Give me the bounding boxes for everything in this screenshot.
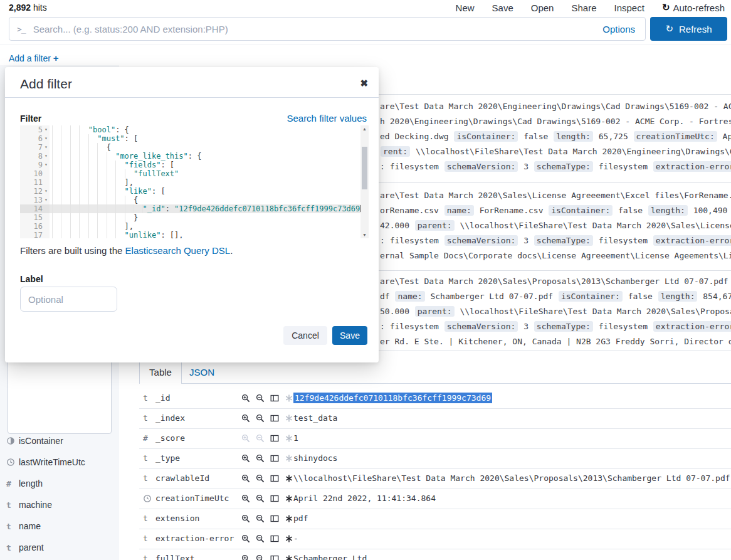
filter-label-input[interactable]: [20, 287, 117, 312]
zoom-in-icon[interactable]: [241, 514, 250, 523]
zoom-out-icon[interactable]: [256, 494, 265, 503]
asterisk-icon[interactable]: [285, 414, 293, 423]
detail-row-extraction-error: textraction-error-: [139, 529, 731, 549]
close-icon[interactable]: ✖: [360, 78, 368, 89]
scroll-down-icon[interactable]: ▼: [360, 233, 369, 237]
editor-line-15[interactable]: 15 }: [20, 213, 369, 222]
zoom-in-icon[interactable]: [241, 394, 250, 403]
editor-line-13[interactable]: 13▾ {: [20, 196, 369, 204]
document-summary-line[interactable]: ed Decking.dwg isContainer: false length…: [380, 129, 731, 144]
fold-arrow-icon[interactable]: ▾: [43, 161, 50, 169]
asterisk-icon[interactable]: [285, 554, 293, 560]
toggle-column-icon[interactable]: [270, 474, 279, 483]
toggle-column-icon[interactable]: [270, 454, 279, 463]
document-summary-line[interactable]: 50.000 parent: \\localhost\FileShare\Tes…: [380, 304, 731, 319]
document-summary-line[interactable]: are\Test Data March 2020\Engineering\Dra…: [380, 99, 731, 114]
line-number: 13: [20, 196, 43, 204]
toggle-column-icon[interactable]: [270, 394, 279, 403]
indent-guides: [52, 161, 125, 169]
editor-line-17[interactable]: 17 "unlike": [],: [20, 231, 369, 238]
detail-field-name: crawlableId: [155, 468, 209, 489]
fold-arrow-icon[interactable]: ▾: [43, 196, 50, 204]
document-summary-line[interactable]: ernal Sample Docs\Corporate docs\License…: [380, 248, 731, 263]
toggle-column-icon[interactable]: [270, 414, 279, 423]
editor-line-14[interactable]: 14 "_id": "12f9de426ddefc0710118bfc36fcf…: [20, 204, 369, 213]
fold-arrow-icon[interactable]: ▾: [43, 143, 50, 152]
field-name-badge: schemaVersion:: [444, 235, 518, 246]
document-summary-line[interactable]: 42.000 parent: \\localhost\FileShare\Tes…: [380, 218, 731, 233]
line-number: 17: [20, 231, 43, 238]
save-button[interactable]: Save: [332, 326, 367, 345]
editor-line-7[interactable]: 7▾ {: [20, 143, 369, 152]
document-summary-line[interactable]: are\Test Data March 2020\Sales\License A…: [380, 188, 731, 203]
document-text: ed Decking.dwg: [380, 132, 453, 141]
tab-table[interactable]: Table: [139, 362, 182, 384]
editor-scrollbar[interactable]: ▲ ▼: [360, 125, 369, 238]
zoom-in-icon[interactable]: [241, 494, 250, 503]
zoom-in-icon[interactable]: [241, 554, 250, 560]
asterisk-icon[interactable]: [285, 474, 293, 483]
editor-line-11[interactable]: 11 ],: [20, 178, 369, 187]
asterisk-icon[interactable]: [285, 454, 293, 463]
zoom-in-icon[interactable]: [241, 534, 250, 543]
cancel-button[interactable]: Cancel: [283, 326, 327, 345]
asterisk-icon[interactable]: [285, 534, 293, 543]
fold-arrow-icon[interactable]: ▾: [43, 187, 50, 196]
tab-bar-border: [139, 383, 731, 384]
asterisk-icon[interactable]: [285, 394, 293, 403]
document-text: false: [518, 132, 553, 141]
fold-arrow-icon[interactable]: ▾: [43, 134, 50, 143]
document-summary-line[interactable]: rent: \\localhost\FileShare\Test Data Ma…: [380, 144, 731, 159]
zoom-in-icon[interactable]: [241, 474, 250, 483]
document-summary-line[interactable]: : filesystem schemaVersion: 3 schemaType…: [380, 159, 731, 174]
code-token: "_id": [143, 204, 166, 213]
zoom-out-icon[interactable]: [256, 454, 265, 463]
document-summary-line[interactable]: : filesystem schemaVersion: 3 schemaType…: [380, 233, 731, 248]
code-token: "12f9de426ddefc0710118bfc36fcff1999c73d6…: [174, 204, 360, 213]
toggle-column-icon[interactable]: [270, 434, 279, 443]
search-filter-values-link[interactable]: Search filter values: [287, 113, 367, 124]
line-number: 14: [20, 204, 43, 213]
editor-line-12[interactable]: 12▾ "like": [: [20, 187, 369, 196]
document-text: : filesystem: [380, 162, 444, 171]
document-summary-line[interactable]: are\Test Data March 2020\Sales\Proposals…: [380, 274, 731, 289]
toggle-column-icon[interactable]: [270, 554, 279, 560]
zoom-out-icon[interactable]: [256, 474, 265, 483]
scroll-up-icon[interactable]: ▲: [360, 127, 369, 131]
toggle-column-icon[interactable]: [270, 534, 279, 543]
document-summary-line[interactable]: h 2020\Engineering\Drawings\Cad Drawings…: [380, 114, 731, 129]
document-summary-line[interactable]: er Rd. E Ste. | Kitchener, ON, Canada | …: [380, 334, 731, 349]
toggle-column-icon[interactable]: [270, 494, 279, 503]
selected-text: 12f9de426ddefc0710118bfc36fcff1999c73d69: [293, 393, 492, 403]
scrollbar-thumb[interactable]: [362, 147, 367, 189]
detail-row-_type: t_typeshinydocs: [139, 448, 731, 469]
tab-json[interactable]: JSON: [181, 362, 223, 383]
query-dsl-editor[interactable]: 5▾ "bool": {6▾ "must": [7▾ {8▾ "more_lik…: [20, 125, 369, 238]
toggle-column-icon[interactable]: [270, 514, 279, 523]
editor-line-6[interactable]: 6▾ "must": [: [20, 134, 369, 143]
zoom-out-icon[interactable]: [256, 394, 265, 403]
asterisk-icon[interactable]: [285, 494, 293, 503]
elasticsearch-dsl-link[interactable]: Elasticsearch Query DSL: [125, 245, 231, 256]
fold-arrow-icon[interactable]: ▾: [43, 152, 50, 161]
document-text: are\Test Data March 2020\Engineering\Dra…: [380, 102, 731, 111]
editor-line-5[interactable]: 5▾ "bool": {: [20, 125, 369, 134]
field-type-text: t: [143, 448, 148, 468]
asterisk-icon[interactable]: [285, 434, 293, 443]
editor-line-8[interactable]: 8▾ "more_like_this": {: [20, 152, 369, 161]
asterisk-icon[interactable]: [285, 514, 293, 523]
zoom-in-icon[interactable]: [241, 454, 250, 463]
zoom-out-icon[interactable]: [256, 534, 265, 543]
zoom-in-icon[interactable]: [241, 414, 250, 423]
zoom-out-icon[interactable]: [256, 514, 265, 523]
fold-arrow-icon[interactable]: ▾: [43, 125, 50, 134]
document-summary-line[interactable]: df name: Schamberger Ltd 07-07.pdf isCon…: [380, 289, 731, 304]
document-summary-line[interactable]: : filesystem schemaVersion: 3 schemaType…: [380, 319, 731, 334]
document-summary-line[interactable]: orRename.csv name: ForRename.csv isConta…: [380, 203, 731, 218]
editor-line-16[interactable]: 16 ],: [20, 222, 369, 231]
zoom-out-icon[interactable]: [256, 414, 265, 423]
editor-line-10[interactable]: 10 "fullText": [20, 169, 369, 178]
document-text: 854,677: [698, 292, 731, 301]
editor-line-9[interactable]: 9▾ "fields": [: [20, 161, 369, 169]
zoom-out-icon[interactable]: [256, 554, 265, 560]
